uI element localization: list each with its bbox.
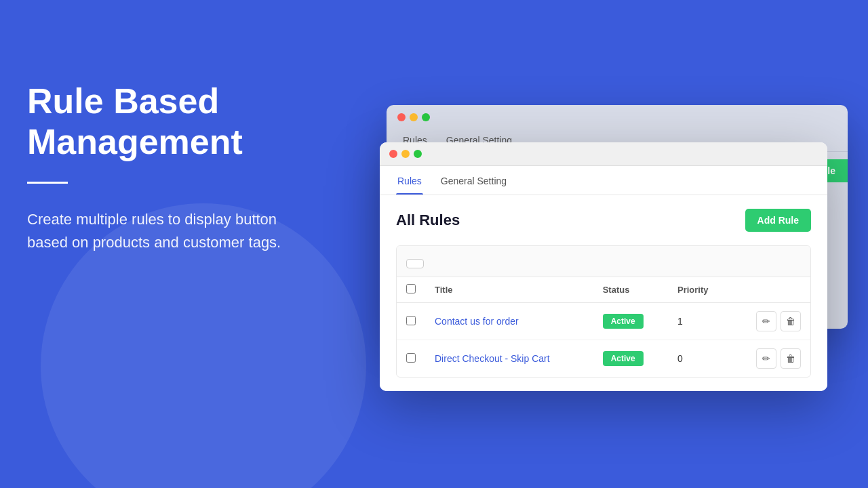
row1-priority-value: 1 <box>677 316 683 327</box>
row2-priority-value: 0 <box>677 353 683 364</box>
back-window-titlebar <box>387 105 848 129</box>
rules-table: Title Status Priority <box>397 277 810 377</box>
close-button-dot[interactable] <box>389 150 397 158</box>
add-rule-button[interactable]: Add Rule <box>745 209 811 232</box>
row2-status-cell: Active <box>593 340 668 378</box>
tab-general-setting[interactable]: General Setting <box>439 166 508 195</box>
all-rules-header: All Rules Add Rule <box>396 209 811 232</box>
back-minimize-dot <box>410 113 418 121</box>
description-text: Create multiple rules to display button … <box>27 208 312 254</box>
col-status: Status <box>593 277 668 303</box>
row1-title-cell: Contact us for order <box>425 303 593 340</box>
col-priority: Priority <box>668 277 730 303</box>
col-actions <box>730 277 810 303</box>
maximize-button-dot[interactable] <box>414 150 422 158</box>
row1-priority-cell: 1 <box>668 303 730 340</box>
heading-divider <box>27 182 68 184</box>
row1-title-link[interactable]: Contact us for order <box>435 316 519 327</box>
col-title: Title <box>425 277 593 303</box>
row2-title-link[interactable]: Direct Checkout - Skip Cart <box>435 353 550 364</box>
table-row: Contact us for order Active 1 ✏ <box>397 303 810 340</box>
delete-selected-button[interactable] <box>406 259 424 268</box>
delete-selected-row <box>397 246 810 277</box>
row1-checkbox-cell <box>397 303 425 340</box>
main-heading: Rule Based Management <box>27 81 312 163</box>
back-maximize-dot <box>422 113 430 121</box>
row2-checkbox[interactable] <box>406 353 416 363</box>
front-window-titlebar <box>380 142 827 166</box>
row1-checkbox[interactable] <box>406 316 416 325</box>
main-content-area: All Rules Add Rule Title <box>380 195 827 391</box>
front-window-content: Rules General Setting All Rules Add Rule <box>380 166 827 391</box>
row2-actions-cell: ✏ 🗑 <box>730 340 810 378</box>
front-window: Rules General Setting All Rules Add Rule <box>380 142 827 391</box>
tab-rules[interactable]: Rules <box>396 166 423 195</box>
select-all-checkbox[interactable] <box>406 284 416 293</box>
minimize-button-dot[interactable] <box>401 150 410 158</box>
all-rules-title: All Rules <box>396 211 460 229</box>
row1-action-buttons: ✏ 🗑 <box>740 311 801 331</box>
row2-title-cell: Direct Checkout - Skip Cart <box>425 340 593 378</box>
row2-delete-button[interactable]: 🗑 <box>781 348 801 369</box>
row1-actions-cell: ✏ 🗑 <box>730 303 810 340</box>
rules-table-wrapper: Title Status Priority <box>396 245 811 378</box>
table-header-row: Title Status Priority <box>397 277 810 303</box>
row2-edit-button[interactable]: ✏ <box>756 348 776 369</box>
back-close-dot <box>397 113 406 121</box>
row2-status-badge: Active <box>603 351 644 366</box>
row1-edit-button[interactable]: ✏ <box>756 311 776 331</box>
table-row: Direct Checkout - Skip Cart Active 0 ✏ <box>397 340 810 378</box>
col-checkbox <box>397 277 425 303</box>
row2-priority-cell: 0 <box>668 340 730 378</box>
left-panel: Rule Based Management Create multiple ru… <box>27 81 312 254</box>
tabs-bar: Rules General Setting <box>380 166 827 195</box>
row1-status-cell: Active <box>593 303 668 340</box>
row2-checkbox-cell <box>397 340 425 378</box>
row1-status-badge: Active <box>603 314 644 329</box>
row1-delete-button[interactable]: 🗑 <box>781 311 801 331</box>
row2-action-buttons: ✏ 🗑 <box>740 348 801 369</box>
